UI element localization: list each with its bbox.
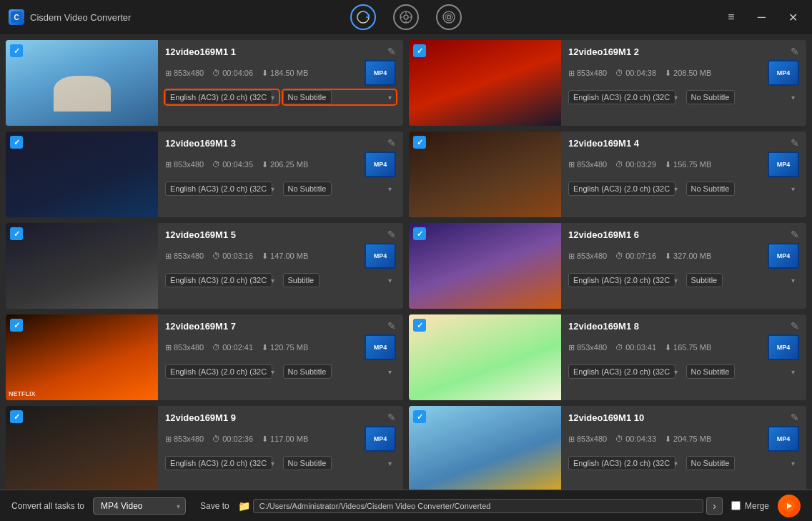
filesize-10: ⬇ 204.75 MB: [665, 435, 711, 444]
svg-point-10: [447, 16, 451, 19]
resolution-icon-10: ⊞: [568, 435, 575, 444]
subtitle-select-6[interactable]: Subtitle: [686, 273, 723, 287]
edit-icon-1[interactable]: ✎: [387, 46, 396, 57]
audio-select-5[interactable]: English (AC3) (2.0 ch) (32C: [165, 273, 272, 287]
edit-icon-4[interactable]: ✎: [791, 137, 799, 149]
thumbnail-6: ✓: [409, 223, 561, 309]
audio-select-10[interactable]: English (AC3) (2.0 ch) (32C: [568, 456, 675, 470]
subtitle-select-1[interactable]: No Subtitle: [283, 90, 332, 104]
merge-label[interactable]: Merge: [745, 501, 769, 511]
audio-select-9[interactable]: English (AC3) (2.0 ch) (32C: [165, 456, 272, 470]
video-card-1: ✓ 12video169M1 1 ✎ ⊞ 853x480 ⏱ 00:04:06 …: [6, 40, 403, 126]
resolution-icon-2: ⊞: [568, 69, 575, 78]
check-badge-5[interactable]: ✓: [10, 227, 23, 240]
filesize-7: ⬇ 120.75 MB: [262, 343, 308, 352]
video-info-5: 12video169M1 5 ✎ ⊞ 853x480 ⏱ 00:03:16 ⬇ …: [158, 223, 403, 309]
subtitle-select-9[interactable]: No Subtitle: [283, 456, 332, 470]
video-meta-10: ⊞ 853x480 ⏱ 00:04:33 ⬇ 204.75 MB MP4: [568, 426, 799, 452]
subtitle-select-3[interactable]: No Subtitle: [283, 182, 332, 196]
video-title-7: 12video169M1 7: [165, 321, 236, 332]
video-meta-2: ⊞ 853x480 ⏱ 00:04:38 ⬇ 208.50 MB MP4: [568, 60, 799, 86]
video-title-10: 12video169M1 10: [568, 412, 644, 423]
edit-icon-5[interactable]: ✎: [387, 229, 396, 240]
format-badge-9: MP4: [365, 426, 396, 452]
menu-button[interactable]: ≡: [722, 8, 740, 26]
filesize-9: ⬇ 117.00 MB: [262, 435, 308, 444]
download-icon-5: ⬇: [262, 252, 268, 261]
thumbnail-8: ✓: [409, 314, 561, 400]
edit-icon-8[interactable]: ✎: [791, 320, 799, 332]
video-title-row-10: 12video169M1 10 ✎: [568, 412, 799, 423]
window-controls: ≡ ─ ✕: [722, 8, 803, 27]
resolution-1: ⊞ 853x480: [165, 69, 204, 78]
audio-select-1[interactable]: English (AC3) (2.0 ch) (32C: [165, 90, 272, 104]
convert-button[interactable]: [778, 495, 801, 517]
audio-select-2[interactable]: English (AC3) (2.0 ch) (32C: [568, 90, 675, 104]
check-badge-8[interactable]: ✓: [413, 319, 426, 332]
audio-select-8[interactable]: English (AC3) (2.0 ch) (32C: [568, 364, 675, 379]
svg-text:C: C: [14, 14, 19, 21]
format-select[interactable]: MP4 Video MKV Video AVI Video MOV Video: [93, 497, 186, 515]
close-button[interactable]: ✕: [783, 8, 803, 27]
format-badge-3: MP4: [365, 152, 396, 177]
thumbnail-9: ✓: [6, 406, 158, 490]
resolution-7: ⊞ 853x480: [165, 343, 204, 352]
filesize-6: ⬇ 327.00 MB: [665, 252, 711, 261]
thumbnail-2: ✓: [409, 40, 561, 126]
resolution-icon-7: ⊞: [165, 343, 172, 352]
resolution-3: ⊞ 853x480: [165, 160, 204, 169]
bottom-bar: Convert all tasks to MP4 Video MKV Video…: [0, 490, 812, 521]
video-title-6: 12video169M1 6: [568, 229, 639, 240]
subtitle-select-2[interactable]: No Subtitle: [686, 90, 735, 104]
thumbnail-3: ✓: [6, 132, 158, 217]
check-badge-3[interactable]: ✓: [10, 136, 23, 149]
check-badge-10[interactable]: ✓: [413, 410, 426, 423]
check-badge-4[interactable]: ✓: [413, 136, 426, 149]
subtitle-select-7[interactable]: No Subtitle: [283, 364, 332, 379]
audio-select-wrapper-1: English (AC3) (2.0 ch) (32C: [165, 90, 279, 104]
browse-path-button[interactable]: ›: [706, 497, 723, 515]
format-badge-5: MP4: [365, 243, 396, 269]
convert-tab-btn[interactable]: [350, 4, 376, 30]
video-info-7: 12video169M1 7 ✎ ⊞ 853x480 ⏱ 00:02:41 ⬇ …: [158, 314, 403, 400]
audio-select-wrapper-3: English (AC3) (2.0 ch) (32C: [165, 182, 279, 196]
merge-checkbox[interactable]: [731, 501, 741, 510]
video-controls-9: English (AC3) (2.0 ch) (32C No Subtitle: [165, 456, 396, 470]
toolbox-tab-btn[interactable]: [393, 4, 419, 30]
video-controls-3: English (AC3) (2.0 ch) (32C No Subtitle: [165, 182, 396, 196]
dvd-tab-btn[interactable]: [436, 4, 462, 30]
subtitle-select-8[interactable]: No Subtitle: [686, 364, 735, 379]
edit-icon-6[interactable]: ✎: [791, 229, 799, 240]
video-title-row-9: 12video169M1 9 ✎: [165, 412, 396, 423]
edit-icon-2[interactable]: ✎: [791, 46, 799, 57]
svg-point-4: [404, 15, 408, 19]
subtitle-select-10[interactable]: No Subtitle: [686, 456, 735, 470]
audio-select-3[interactable]: English (AC3) (2.0 ch) (32C: [165, 182, 272, 196]
video-title-2: 12video169M1 2: [568, 46, 639, 57]
edit-icon-7[interactable]: ✎: [387, 320, 396, 332]
subtitle-select-4[interactable]: No Subtitle: [686, 182, 735, 196]
save-path: C:/Users/Administrator/Videos/Cisdem Vid…: [253, 499, 704, 513]
duration-4: ⏱ 00:03:29: [615, 160, 656, 169]
video-card-5: ✓ 12video169M1 5 ✎ ⊞ 853x480 ⏱ 00:03:16 …: [6, 223, 403, 309]
check-badge-6[interactable]: ✓: [413, 227, 426, 240]
video-controls-1: English (AC3) (2.0 ch) (32C No Subtitle: [165, 90, 396, 104]
edit-icon-10[interactable]: ✎: [791, 412, 799, 423]
format-select-wrapper: MP4 Video MKV Video AVI Video MOV Video: [93, 497, 186, 515]
download-icon-8: ⬇: [665, 343, 671, 352]
check-badge-7[interactable]: ✓: [10, 319, 23, 332]
audio-select-wrapper-8: English (AC3) (2.0 ch) (32C: [568, 364, 682, 379]
audio-select-7[interactable]: English (AC3) (2.0 ch) (32C: [165, 364, 272, 379]
subtitle-select-5[interactable]: Subtitle: [283, 273, 320, 287]
minimize-button[interactable]: ─: [752, 8, 771, 26]
audio-select-4[interactable]: English (AC3) (2.0 ch) (32C: [568, 182, 675, 196]
audio-select-6[interactable]: English (AC3) (2.0 ch) (32C: [568, 273, 675, 287]
check-badge-1[interactable]: ✓: [10, 44, 23, 57]
video-meta-7: ⊞ 853x480 ⏱ 00:02:41 ⬇ 120.75 MB MP4: [165, 334, 396, 360]
video-controls-4: English (AC3) (2.0 ch) (32C No Subtitle: [568, 182, 799, 196]
edit-icon-9[interactable]: ✎: [387, 412, 396, 423]
download-icon-7: ⬇: [262, 343, 268, 352]
check-badge-2[interactable]: ✓: [413, 44, 426, 57]
check-badge-9[interactable]: ✓: [10, 410, 23, 423]
edit-icon-3[interactable]: ✎: [387, 137, 396, 149]
